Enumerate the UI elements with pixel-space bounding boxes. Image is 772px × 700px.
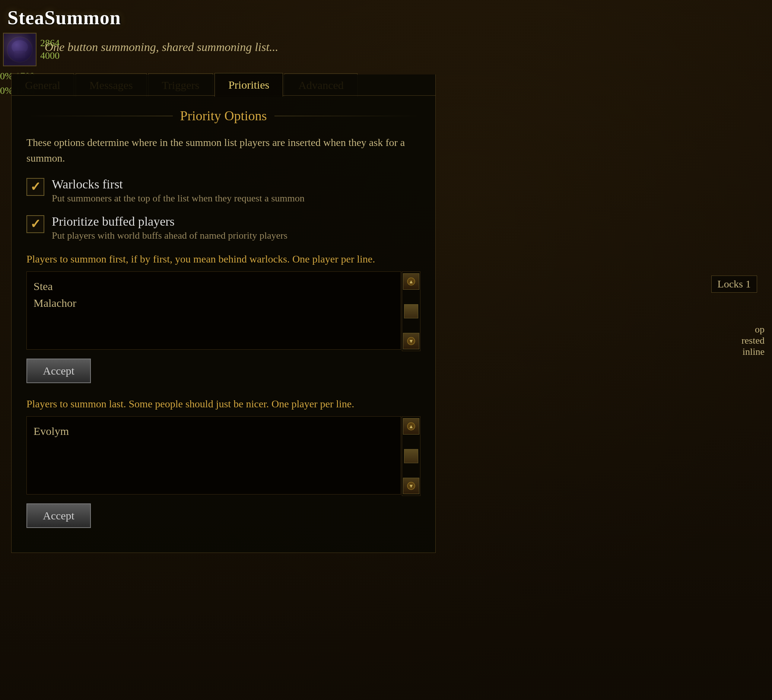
prioritize-buffed-sublabel: Put players with world buffs ahead of na… — [52, 230, 288, 241]
svg-text:▲: ▲ — [409, 279, 414, 285]
minimap-icon — [3, 33, 36, 66]
warlocks-first-row: Warlocks first Put summoners at the top … — [26, 177, 420, 204]
warlocks-first-sublabel: Put summoners at the top of the list whe… — [52, 193, 305, 204]
last-list-label: Players to summon last. Some people shou… — [26, 397, 420, 411]
locks-badge: Locks 1 — [711, 276, 757, 293]
first-accept-button[interactable]: Accept — [26, 358, 91, 383]
svg-text:▼: ▼ — [409, 339, 414, 344]
tab-priorities[interactable]: Priorities — [214, 73, 283, 97]
first-list-label: Players to summon first, if by first, yo… — [26, 252, 420, 266]
last-accept-button[interactable]: Accept — [26, 504, 91, 528]
warlocks-first-checkbox[interactable] — [26, 178, 44, 196]
right-overlay-rested: rested — [741, 335, 765, 346]
svg-text:▼: ▼ — [409, 483, 414, 489]
section-title: Priority Options — [26, 108, 420, 124]
warlocks-first-label: Warlocks first — [52, 177, 305, 191]
prioritize-buffed-label: Prioritize buffed players — [52, 214, 288, 229]
section-title-text: Priority Options — [180, 108, 267, 124]
first-list-textarea[interactable] — [26, 271, 401, 350]
svg-point-1 — [11, 40, 28, 54]
right-overlay-inline: inline — [743, 346, 765, 357]
first-list-scroll-up[interactable]: ▲ — [403, 273, 419, 289]
right-overlay-op: op — [755, 324, 765, 335]
app-title: SteaSummon — [7, 7, 121, 29]
last-list-textarea[interactable] — [26, 416, 401, 494]
svg-point-0 — [7, 37, 33, 62]
first-list-container: ▲ ▼ — [26, 271, 420, 351]
last-list-scroll-up[interactable]: ▲ — [403, 418, 419, 435]
section-description: These options determine where in the sum… — [26, 135, 420, 166]
first-list-scroll-down[interactable]: ▼ — [403, 333, 419, 349]
prioritize-buffed-row: Prioritize buffed players Put players wi… — [26, 214, 420, 241]
panel-content: Priority Options These options determine… — [11, 97, 435, 553]
prioritize-buffed-labels: Prioritize buffed players Put players wi… — [52, 214, 288, 241]
warlocks-first-labels: Warlocks first Put summoners at the top … — [52, 177, 305, 204]
first-list-scroll-thumb — [404, 304, 418, 318]
first-list-scrollbar[interactable]: ▲ ▼ — [402, 271, 420, 351]
main-panel: Priority Options These options determine… — [11, 74, 436, 553]
last-list-container: ▲ ▼ — [26, 416, 420, 496]
last-list-scroll-thumb — [404, 449, 418, 463]
last-list-scrollbar[interactable]: ▲ ▼ — [402, 416, 420, 496]
svg-rect-2 — [14, 51, 25, 58]
last-list-scroll-down[interactable]: ▼ — [403, 478, 419, 494]
addon-subtitle: One button summoning, shared summoning l… — [45, 40, 278, 54]
svg-text:▲: ▲ — [409, 424, 414, 429]
prioritize-buffed-checkbox[interactable] — [26, 215, 44, 233]
